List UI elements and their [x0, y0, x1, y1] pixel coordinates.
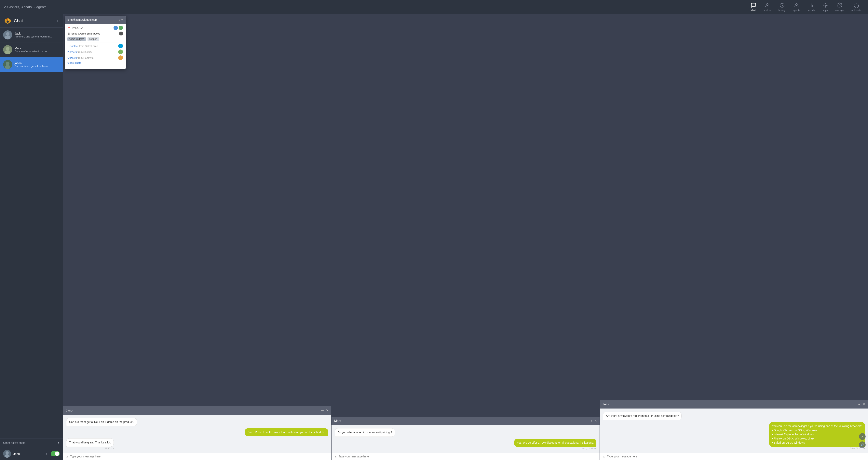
popup-arrow-bottom — [65, 66, 126, 69]
nav-item-apps[interactable]: apps — [820, 1, 831, 13]
visitor-popup: john@acmewidgets.com 3 m 📍 Irvine, CA ☰ … — [65, 16, 126, 69]
nav-item-automate[interactable]: automate — [849, 1, 864, 13]
panel-messages-jack: Are there any system requirements for us… — [600, 408, 868, 453]
status-toggle[interactable] — [51, 451, 60, 456]
nav-item-reports[interactable]: reports — [805, 1, 817, 13]
chat-preview-mark: Do you offer academic or non... — [14, 50, 60, 53]
msg-jack-2: You can use the acmewidget if you're usi… — [769, 422, 865, 447]
popup-tickets-source: from Happyfox — [78, 56, 94, 59]
close-icon-mark[interactable]: ✕ — [594, 419, 597, 423]
avatar-jack-img — [3, 30, 12, 39]
reports-icon — [808, 3, 814, 8]
message-input-mark[interactable] — [339, 455, 597, 458]
redirect-icon-jack[interactable]: ⇥ — [858, 402, 860, 406]
chat-panels: Jason ⇥ ✕ Can our team get a live 1-on-1… — [63, 14, 868, 460]
svg-point-0 — [767, 3, 768, 5]
msg-mark-2-wrap: Yes, We do offer a 70% discount for all … — [514, 439, 597, 450]
app-title: Chat — [14, 18, 23, 24]
other-active-chats[interactable]: Other active chats ▼ — [0, 438, 63, 447]
popup-orders-source: from Shopify — [78, 51, 92, 54]
panel-messages-mark: Do you offer academic or non-profit pric… — [332, 425, 600, 453]
volume-button[interactable]: 🔊 — [859, 441, 866, 448]
nav-label-automate: automate — [851, 9, 861, 12]
nav-item-visitors[interactable]: visitors — [761, 1, 774, 13]
svg-point-3 — [825, 5, 826, 6]
history-icon — [779, 3, 785, 8]
redirect-icon-jason[interactable]: ⇥ — [321, 408, 323, 412]
svg-point-18 — [5, 65, 10, 69]
app-logo-icon — [4, 17, 11, 25]
popup-location: 📍 Irvine, CA — [67, 26, 123, 30]
avatar-jason-img — [3, 60, 12, 69]
avatar-jason — [3, 60, 12, 69]
close-icon-jack[interactable]: ✕ — [863, 402, 865, 406]
nav-item-manage[interactable]: manage — [833, 1, 847, 13]
svg-point-8 — [839, 4, 840, 6]
panel-header-mark: Mark ⇥ ✕ — [332, 416, 600, 425]
svg-point-6 — [823, 5, 824, 6]
message-input-jason[interactable] — [70, 455, 329, 458]
msg-jack-1: Are there any system requirements for us… — [603, 412, 682, 420]
svg-point-20 — [5, 454, 9, 458]
popup-tickets-link[interactable]: 6 tickets — [67, 56, 77, 59]
avatar-mark — [3, 45, 12, 54]
content-area: john@acmewidgets.com 3 m 📍 Irvine, CA ☰ … — [63, 14, 868, 460]
popup-location-text: Irvine, CA — [72, 26, 83, 29]
nav-item-chat[interactable]: chat — [748, 1, 759, 13]
popup-tickets-row[interactable]: 6 tickets from Happyfox — [67, 55, 123, 60]
happyfox-logo — [118, 55, 123, 60]
manage-icon — [837, 3, 842, 8]
close-icon-jason[interactable]: ✕ — [326, 408, 329, 412]
popup-contact-link[interactable]: 1 Contact — [67, 45, 79, 48]
chat-name-jason: jason — [14, 61, 60, 65]
popup-email: john@acmewidgets.com — [67, 18, 98, 21]
right-actions: ⤢ 🔊 — [859, 433, 866, 448]
other-active-label: Other active chats — [3, 441, 25, 444]
expand-btn-jason[interactable]: ▲ — [66, 455, 69, 458]
nav-label-chat: chat — [751, 9, 756, 12]
location-pin-icon: 📍 — [67, 26, 70, 29]
nav-item-agents[interactable]: agents — [790, 1, 803, 13]
popup-contact-row[interactable]: 1 Contact from SalesForce — [67, 44, 123, 48]
nav-item-history[interactable]: history — [776, 1, 788, 13]
sidebar-item-mark[interactable]: Mark Do you offer academic or non... — [0, 42, 63, 57]
visitors-icon — [765, 3, 770, 8]
popup-shop-row: ☰ Shop | Acme Smartbooks 1 — [67, 32, 123, 35]
expand-window-button[interactable]: ⤢ — [859, 433, 866, 440]
salesforce-logo — [118, 44, 123, 48]
sidebar-item-jason[interactable]: jason Can our team get a live 1-on-... — [0, 57, 63, 72]
chat-panel-jason: Jason ⇥ ✕ Can our team get a live 1-on-1… — [63, 406, 332, 460]
popup-past-chats[interactable]: 6 past chats — [67, 61, 123, 64]
panel-header-jason: Jason ⇥ ✕ — [63, 406, 331, 414]
svg-point-12 — [6, 21, 9, 23]
chat-preview-jason: Can our team get a live 1-on-... — [14, 65, 60, 68]
svg-point-19 — [5, 451, 9, 455]
panel-name-jack: Jack — [602, 403, 609, 406]
message-input-jack[interactable] — [607, 455, 865, 458]
apps-icon — [823, 3, 828, 8]
panel-name-mark: Mark — [334, 419, 341, 423]
nav-label-agents: agents — [793, 9, 800, 12]
popup-time: 3 m — [119, 18, 123, 21]
avatar-jack — [3, 30, 12, 39]
expand-btn-mark[interactable]: ▲ — [334, 455, 337, 458]
popup-orders-link[interactable]: 2 orders — [67, 51, 77, 54]
panel-input-jason: ▲ — [63, 453, 331, 460]
svg-point-13 — [6, 32, 9, 36]
msg-timestamp-jason: 12:20 pm — [66, 447, 114, 450]
redirect-icon-mark[interactable]: ⇥ — [589, 419, 592, 423]
popup-orders-row[interactable]: 2 orders from Shopify — [67, 50, 123, 54]
panel-actions-jack: ⇥ ✕ — [858, 402, 865, 406]
svg-point-4 — [825, 3, 826, 4]
popup-shop-name: Shop | Acme Smartbooks — [71, 32, 118, 35]
popup-past-chats-link[interactable]: 6 past chats — [67, 61, 81, 64]
popup-contact-source: from SalesForce — [79, 45, 98, 48]
expand-btn-jack[interactable]: ▲ — [602, 455, 605, 458]
chat-icon — [751, 3, 756, 8]
chat-info-mark: Mark Do you offer academic or non... — [14, 47, 60, 53]
add-chat-button[interactable]: + — [56, 18, 59, 24]
avatar-mark-img — [3, 45, 12, 54]
sidebar-item-jack[interactable]: Jack Are there any system requirem... — [0, 28, 63, 42]
panel-actions-jason: ⇥ ✕ — [321, 408, 329, 412]
chat-name-mark: Mark — [14, 47, 60, 50]
